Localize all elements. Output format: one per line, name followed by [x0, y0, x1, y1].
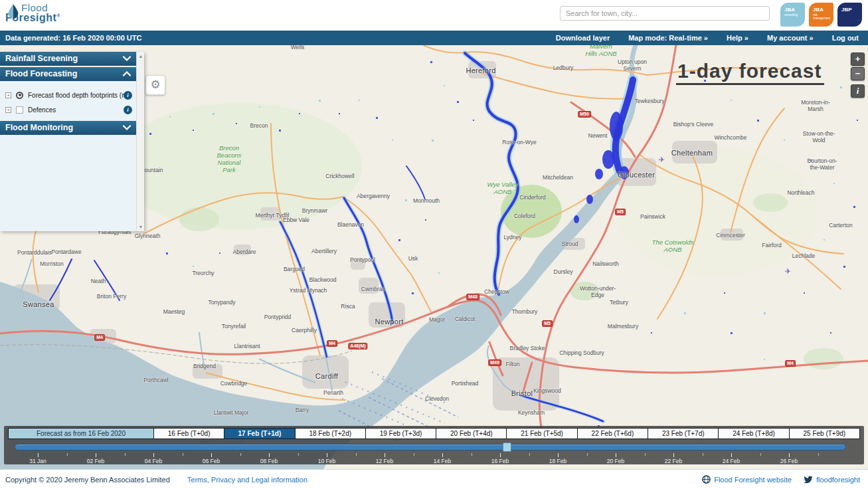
tick-label: 16 Feb — [480, 458, 520, 464]
layer-checkbox-unchecked[interactable] — [16, 106, 23, 114]
data-generated-label: Data generated: 16 Feb 2020 00:00 UTC — [5, 34, 141, 42]
section-label: Flood Monitoring — [5, 123, 73, 132]
layer-label: Defences — [28, 106, 56, 114]
tick-mark-minor — [414, 453, 414, 456]
twitter-bird-icon — [804, 476, 813, 484]
tick-mark-minor — [587, 453, 588, 456]
layer-radio-selected[interactable] — [16, 92, 23, 99]
tick-label: 20 Feb — [596, 458, 636, 464]
tick-mark — [442, 453, 443, 457]
section-label: Flood Forecasting — [5, 69, 77, 78]
info-icon[interactable]: i — [124, 91, 132, 100]
forecast-timeline-panel: Forecast as from 16 Feb 2020 16 Feb (T+0… — [4, 426, 864, 464]
timeline-tab[interactable]: 17 Feb (T+1d) — [224, 428, 295, 439]
tick-label: 02 Feb — [76, 458, 116, 464]
chevron-down-icon — [123, 125, 131, 130]
download-layer-button[interactable]: Download layer — [556, 34, 610, 42]
tick-label: 08 Feb — [249, 458, 289, 464]
tick-label: 24 Feb — [711, 458, 751, 464]
tick-mark-minor — [125, 453, 126, 456]
tick-mark-minor — [529, 453, 530, 456]
forecast-annotation: 1-day forecast — [676, 60, 824, 85]
info-icon[interactable]: i — [124, 106, 132, 114]
map-zoom-in-button[interactable]: + — [851, 52, 865, 66]
app-header: Flood Foresight® JBAconsulting JBArisk m… — [0, 0, 868, 31]
tick-mark — [38, 453, 39, 457]
sidebar-scrollbar[interactable]: ▲ ▼ — [136, 52, 144, 231]
tick-mark-minor — [703, 453, 703, 456]
tick-mark — [269, 453, 270, 457]
tick-mark — [385, 453, 385, 457]
jba-risk-management-logo[interactable]: JBArisk management — [809, 3, 833, 27]
tick-label: 14 Feb — [422, 458, 462, 464]
tick-mark — [558, 453, 559, 457]
tick-mark-minor — [183, 453, 183, 456]
layer-label: Forecast flood depth footprints (m) — [28, 92, 130, 99]
navbar-menu: Download layer Map mode: Real-time » Hel… — [556, 34, 868, 42]
timeline-tab[interactable]: 22 Feb (T+6d) — [577, 428, 648, 439]
tick-mark — [673, 453, 674, 457]
copyright-text: Copyright © 2020 Jeremy Benn Associates … — [5, 476, 170, 484]
expander-plus-icon[interactable]: + — [5, 92, 11, 98]
timeline-tab[interactable]: 20 Feb (T+4d) — [436, 428, 507, 439]
map-zoom-out-button[interactable]: − — [851, 67, 865, 80]
tick-label: 04 Feb — [133, 458, 173, 464]
flood-foresight-logo[interactable]: Flood Foresight® — [5, 2, 60, 24]
map-settings-button[interactable]: ⚙ — [145, 75, 165, 95]
tick-mark-minor — [645, 453, 646, 456]
tick-mark — [731, 453, 732, 457]
tick-label: 18 Feb — [538, 458, 578, 464]
help-menu[interactable]: Help » — [727, 34, 748, 42]
tick-mark-minor — [818, 453, 819, 456]
section-label: Rainfall Screening — [5, 54, 78, 63]
chevron-down-icon — [123, 56, 131, 61]
sidebar-section-rainfall-screening[interactable]: Rainfall Screening — [0, 52, 136, 66]
twitter-link[interactable]: floodforesight — [804, 476, 860, 484]
flood-foresight-app: WellsBreconLedburyUpton upon SevernTewke… — [0, 0, 868, 489]
my-account-menu[interactable]: My account » — [767, 34, 814, 42]
tick-mark — [500, 453, 501, 457]
sidebar-section-flood-monitoring[interactable]: Flood Monitoring — [0, 121, 136, 135]
expander-plus-icon[interactable]: + — [5, 107, 11, 113]
timeline-tab[interactable]: 23 Feb (T+7d) — [648, 428, 719, 439]
tick-mark-minor — [298, 453, 299, 456]
search-input[interactable] — [560, 6, 770, 21]
tick-mark — [616, 453, 616, 457]
brand-tiles: JBAconsulting JBArisk management JBP — [780, 3, 862, 27]
layers-sidebar: Rainfall Screening Flood Forecasting + F… — [0, 52, 144, 231]
layer-row-flood-depth: + Forecast flood depth footprints (m) i — [0, 88, 144, 102]
scroll-up-icon[interactable]: ▲ — [137, 54, 145, 58]
timeline-tab[interactable]: 18 Feb (T+2d) — [295, 428, 366, 439]
forecast-lead-cell: Forecast as from 16 Feb 2020 — [8, 428, 154, 439]
globe-icon — [702, 475, 711, 484]
website-link[interactable]: Flood Foresight website — [702, 475, 792, 484]
timeline-tab[interactable]: 21 Feb (T+5d) — [506, 428, 577, 439]
map-info-button[interactable]: i — [851, 84, 865, 98]
gear-icon: ⚙ — [150, 78, 160, 91]
log-out-button[interactable]: Log out — [832, 34, 859, 42]
tick-mark-minor — [472, 453, 472, 456]
timeline-tab[interactable]: 19 Feb (T+3d) — [365, 428, 436, 439]
tick-mark-minor — [760, 453, 761, 456]
time-slider-track[interactable] — [15, 444, 846, 450]
scroll-down-icon[interactable]: ▼ — [137, 225, 145, 229]
time-slider-handle[interactable] — [503, 442, 511, 452]
jbp-logo[interactable]: JBP — [837, 3, 862, 27]
terms-privacy-link[interactable]: Terms, Privacy and Legal information — [187, 476, 307, 484]
sidebar-section-flood-forecasting[interactable]: Flood Forecasting — [0, 67, 136, 81]
top-navbar: Data generated: 16 Feb 2020 00:00 UTC Do… — [0, 31, 868, 45]
tick-label: 10 Feb — [307, 458, 347, 464]
jba-consulting-logo[interactable]: JBAconsulting — [780, 3, 805, 27]
tick-label: 06 Feb — [191, 458, 231, 464]
timeline-tab[interactable]: 25 Feb (T+9d) — [789, 428, 860, 439]
timeline-tab[interactable]: 24 Feb (T+8d) — [718, 428, 789, 439]
tick-mark-minor — [240, 453, 241, 456]
tick-mark — [96, 453, 96, 457]
timeline-tab[interactable]: 16 Feb (T+0d) — [153, 428, 224, 439]
map-mode-menu[interactable]: Map mode: Real-time » — [628, 34, 708, 42]
tick-label: 22 Feb — [653, 458, 693, 464]
tick-mark — [789, 453, 790, 457]
tick-mark-minor — [67, 453, 68, 456]
tick-label: 26 Feb — [769, 458, 809, 464]
app-footer: Copyright © 2020 Jeremy Benn Associates … — [0, 469, 868, 489]
